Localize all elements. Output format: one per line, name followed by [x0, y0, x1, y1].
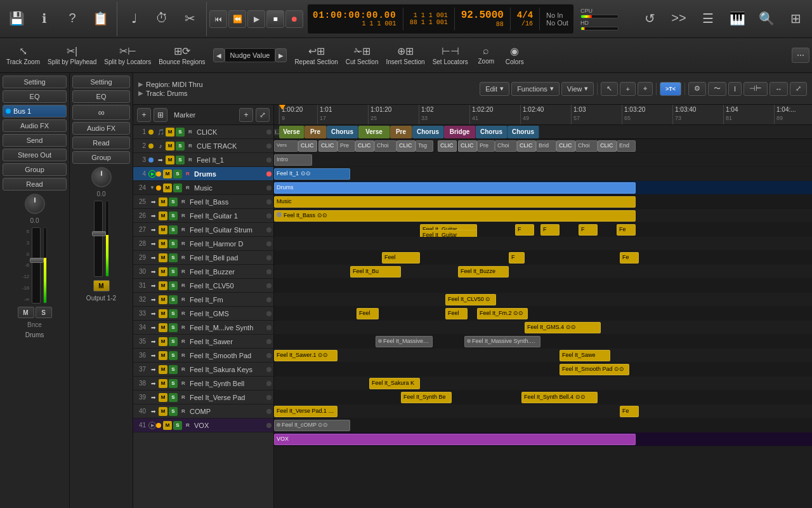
pan-knob-mid[interactable] — [91, 167, 112, 187]
add-tool-button[interactable]: + — [620, 82, 635, 96]
tick-button[interactable]: >T< — [660, 82, 681, 96]
chain-button[interactable]: ∞ — [72, 105, 130, 120]
track-row-28[interactable]: 28 ➡ M S R Feel It_Harmor D — [133, 237, 273, 251]
bus1-button[interactable]: Bus 1 — [3, 105, 67, 117]
region-synthbell4-38[interactable]: Feel It_Synth Bell.4 ⊙⊙ — [521, 392, 598, 403]
bpm-display[interactable]: 92.5000 — [461, 10, 504, 21]
mute-28[interactable]: M — [159, 239, 167, 248]
solo-41[interactable]: S — [173, 421, 182, 430]
region-versepad1-39[interactable]: Feel It_Verse Pad.1 ⊙⊙ — [274, 406, 337, 417]
rec-25[interactable]: R — [179, 197, 188, 206]
solo-37[interactable]: S — [169, 365, 178, 374]
rec-37[interactable]: R — [179, 365, 188, 374]
solo-25[interactable]: S — [169, 197, 178, 206]
rec-4[interactable]: R — [183, 170, 192, 178]
region-pre-1[interactable]: Pre — [337, 140, 355, 152]
mute-24[interactable]: M — [163, 184, 172, 192]
list-button[interactable]: ☰ — [694, 2, 722, 36]
rec-30[interactable]: R — [179, 267, 188, 276]
pointer-tool-button[interactable]: ↖ — [601, 82, 618, 96]
insert-section-button[interactable]: ⊕⊞ Insert Section — [382, 38, 428, 72]
region-guitar-f2[interactable]: F — [540, 224, 560, 236]
solo-36[interactable]: S — [169, 351, 178, 360]
mute-37[interactable]: M — [159, 365, 167, 374]
audio-fx-button-mid[interactable]: Audio FX — [72, 122, 130, 135]
track-row-2[interactable]: 2 ♪ M S R CUE TRACK — [133, 139, 273, 153]
repeat-section-button[interactable]: ↩⊞ Repeat Section — [291, 38, 341, 72]
region-drums-main[interactable]: Drums — [274, 182, 636, 194]
mute-26[interactable]: M — [159, 211, 167, 220]
scroll-mode-button[interactable]: ↔ — [769, 82, 788, 96]
read-button-left[interactable]: Read — [3, 178, 67, 190]
track-row-24[interactable]: 24 ▼ M S R Music — [133, 181, 273, 195]
region-massive2-34[interactable]: Feel It_Massive Synth.2 ⊙⊙ — [464, 336, 540, 347]
group-button-left[interactable]: Group — [3, 163, 67, 176]
mute-39[interactable]: M — [159, 393, 167, 402]
region-sawer-35[interactable]: Feel It_Sawe — [560, 350, 610, 361]
solo-27[interactable]: S — [169, 225, 178, 234]
region-vers-1[interactable]: Vers — [274, 140, 298, 152]
mute-38[interactable]: M — [159, 379, 167, 388]
track-row-40[interactable]: 40 ➡ M S R COMP — [133, 404, 273, 418]
rec-31[interactable]: R — [179, 281, 188, 290]
pan-knob-left[interactable] — [25, 194, 45, 214]
region-fe-39[interactable]: Fe — [620, 406, 639, 417]
mixer-button[interactable]: ⊞ — [782, 2, 809, 36]
track-play-4[interactable]: ▶ — [148, 170, 156, 178]
rec-3[interactable]: R — [186, 156, 195, 164]
rec-39[interactable]: R — [179, 393, 188, 402]
rec-32[interactable]: R — [179, 295, 188, 304]
quick-access-button[interactable]: 📋 — [86, 2, 114, 36]
zoom-button[interactable]: ⌕ Zoom — [472, 38, 501, 72]
solo-30[interactable]: S — [169, 267, 178, 276]
track-row-39[interactable]: 39 ➡ M S R Feel It_Verse Pad — [133, 391, 273, 404]
region-fm2-32[interactable]: Feel It_Fm.2 ⊙⊙ — [477, 308, 528, 319]
track-row-34[interactable]: 34 ➡ M S R Feel It_M...ive Synth — [133, 321, 273, 335]
mute-33[interactable]: M — [159, 309, 167, 318]
mute-35[interactable]: M — [159, 337, 167, 346]
solo-39[interactable]: S — [169, 393, 178, 402]
fader-track-left[interactable] — [32, 227, 41, 304]
track-zoom-button[interactable]: ⤡ Track Zoom — [3, 38, 44, 72]
expand-button[interactable]: ⤢ — [790, 82, 807, 96]
fader-handle-mid[interactable] — [92, 231, 106, 236]
solo-3[interactable]: S — [176, 156, 185, 164]
cycle-button[interactable]: ↺ — [636, 2, 664, 36]
track-row-3[interactable]: 3 ➡ M S R Feel It_1 — [133, 153, 273, 167]
rec-36[interactable]: R — [179, 351, 188, 360]
region-sawer1-35[interactable]: Feel It_Sawer.1 ⊙⊙ — [274, 350, 337, 361]
mute-2[interactable]: M — [166, 142, 174, 150]
region-clic-5[interactable]: CLIC — [438, 140, 457, 152]
region-bass-main[interactable]: Feel It_Bass ⊙⊙ — [274, 210, 636, 222]
track-row-36[interactable]: 36 ➡ M S R Feel It_Smooth Pad — [133, 349, 273, 363]
track-row-25[interactable]: 25 ➡ M S R Feel It_Bass — [133, 195, 273, 209]
region-music-main[interactable]: Music — [274, 196, 636, 208]
track-row-26[interactable]: 26 ➡ M S R Feel It_Guitar 1 — [133, 209, 273, 223]
region-comp-40[interactable]: Feel It_cOMP ⊙⊙ — [274, 420, 350, 431]
region-choi-2[interactable]: Choi — [495, 140, 517, 152]
region-vox-main[interactable]: VOX — [274, 434, 636, 445]
region-f-28[interactable]: F — [509, 252, 525, 264]
solo-32[interactable]: S — [169, 295, 178, 304]
rec-40[interactable]: R — [179, 407, 188, 416]
colors-button[interactable]: ◉ Colors — [501, 38, 529, 72]
solo-4[interactable]: S — [173, 170, 182, 178]
solo-1[interactable]: S — [176, 128, 185, 137]
setting-button-mid[interactable]: Setting — [72, 76, 130, 88]
solo-24[interactable]: S — [173, 184, 182, 192]
fader-handle-left[interactable] — [30, 258, 44, 263]
metronome-button[interactable]: ♩ — [120, 2, 148, 36]
solo-40[interactable]: S — [169, 407, 178, 416]
region-massive-34[interactable]: Feel It_Massive Synth — [376, 336, 433, 347]
solo-34[interactable]: S — [169, 323, 178, 332]
region-fe-28[interactable]: Fe — [620, 252, 639, 264]
cut-section-button[interactable]: ✁⊞ Cut Section — [342, 38, 383, 72]
rec-41[interactable]: R — [183, 421, 192, 430]
go-to-start-button[interactable]: ⏪ — [228, 10, 246, 28]
solo-31[interactable]: S — [169, 281, 178, 290]
solo-26[interactable]: S — [169, 211, 178, 220]
track-row-1[interactable]: 1 🎵 M S R CLICK — [133, 125, 273, 139]
eq-button-mid[interactable]: EQ — [72, 90, 130, 103]
rec-29[interactable]: R — [179, 253, 188, 262]
region-brid-1[interactable]: Brid — [536, 140, 556, 152]
